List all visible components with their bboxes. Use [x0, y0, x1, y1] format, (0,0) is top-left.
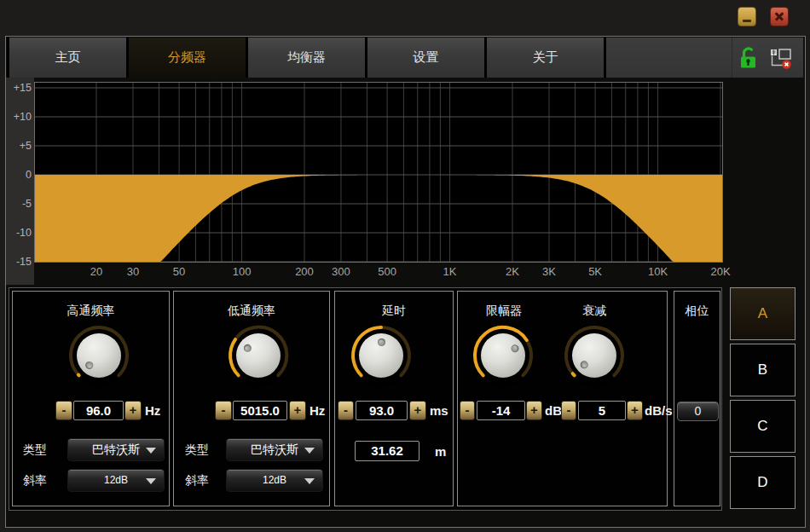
parameter-section: 高通频率 - 96.0 + Hz 类型 巴特沃斯 斜率 12dB	[9, 287, 722, 511]
decay-rate-field[interactable]: 5	[578, 401, 626, 420]
x-tick-label: 100	[221, 265, 263, 278]
highpass-type-dropdown[interactable]: 巴特沃斯	[67, 438, 165, 461]
highpass-minus-button[interactable]: -	[55, 401, 72, 420]
phase-title: 相位	[674, 304, 720, 319]
limiter-title: 限幅器	[461, 304, 547, 319]
x-tick-label: 3K	[528, 265, 570, 278]
lowpass-type-label: 类型	[185, 438, 209, 461]
lowpass-unit-label: Hz	[310, 401, 325, 420]
lowpass-plus-button[interactable]: +	[289, 401, 306, 420]
limiter-threshold-field[interactable]: -14	[477, 401, 525, 420]
phase-button[interactable]: 0	[677, 402, 719, 421]
frequency-response-chart[interactable]	[34, 82, 723, 263]
x-tick-label: 30	[112, 265, 154, 278]
delay-distance-field[interactable]: 31.62	[355, 441, 419, 461]
highpass-panel: 高通频率 - 96.0 + Hz 类型 巴特沃斯 斜率 12dB	[12, 291, 170, 506]
lowpass-slope-dropdown[interactable]: 12dB	[226, 469, 323, 492]
channel-a-button[interactable]: A	[730, 287, 796, 340]
highpass-title: 高通频率	[13, 304, 169, 319]
x-tick-label: 300	[320, 265, 362, 278]
channel-selector: A B C D	[730, 287, 796, 512]
minimize-button[interactable]	[738, 7, 756, 26]
decay-knob[interactable]	[563, 324, 626, 387]
highpass-slope-label: 斜率	[23, 469, 47, 492]
lowpass-frequency-field[interactable]: 5015.0	[233, 401, 287, 420]
tab-about[interactable]: 关于	[487, 38, 604, 78]
channel-c-button[interactable]: C	[730, 400, 796, 453]
decay-plus-button[interactable]: +	[627, 401, 643, 420]
knob-indicator-dot	[509, 343, 519, 353]
highpass-type-label: 类型	[23, 438, 47, 461]
minimize-icon	[743, 20, 751, 22]
lowpass-minus-button[interactable]: -	[215, 401, 232, 420]
response-curve-plot	[34, 82, 723, 263]
decay-title: 衰减	[552, 304, 637, 319]
lowpass-type-dropdown[interactable]: 巴特沃斯	[226, 438, 323, 461]
lowpass-slope-label: 斜率	[185, 469, 209, 492]
highpass-frequency-field[interactable]: 96.0	[73, 401, 124, 420]
y-tick-label: -15	[6, 255, 32, 269]
unlocked-padlock-icon[interactable]	[738, 46, 759, 69]
y-tick-label: +5	[6, 139, 32, 153]
knob-indicator-dot	[84, 360, 95, 371]
lowpass-title: 低通频率	[174, 304, 329, 319]
highpass-plus-button[interactable]: +	[124, 401, 142, 420]
delay-title: 延时	[335, 304, 453, 319]
delay-knob[interactable]	[350, 324, 413, 387]
main-window: 主页 分频器 均衡器 设置 关于	[5, 36, 806, 528]
delay-time-field[interactable]: 93.0	[356, 401, 408, 420]
delay-panel: 延时 - 93.0 + ms 31.62 m	[334, 291, 454, 506]
limiter-plus-button[interactable]: +	[526, 401, 542, 420]
tab-bar-right-area	[606, 38, 803, 78]
y-tick-label: +15	[6, 81, 32, 95]
y-tick-label: -10	[6, 226, 32, 240]
delay-minus-button[interactable]: -	[338, 401, 354, 420]
limiter-knob[interactable]	[472, 324, 535, 387]
x-tick-label: 50	[158, 265, 200, 278]
app-screen: 主页 分频器 均衡器 设置 关于	[0, 0, 810, 532]
delay-unit-label: ms	[430, 401, 448, 420]
tab-home[interactable]: 主页	[9, 38, 126, 78]
lowpass-knob[interactable]	[227, 324, 290, 387]
phase-panel: 相位 0	[674, 291, 720, 506]
decay-unit-label: dB/s	[645, 401, 673, 420]
chevron-down-icon	[146, 478, 156, 484]
x-tick-label: 5K	[574, 265, 616, 278]
lowpass-panel: 低通频率 - 5015.0 + Hz 类型 巴特沃斯 斜率 12dB	[173, 291, 330, 506]
close-button[interactable]	[770, 7, 789, 26]
highpass-unit-label: Hz	[145, 401, 160, 420]
highpass-knob[interactable]	[67, 324, 130, 387]
x-tick-label: 10K	[637, 265, 680, 278]
tab-settings[interactable]: 设置	[367, 38, 484, 78]
x-tick-label: 500	[366, 265, 408, 278]
delay-plus-button[interactable]: +	[409, 401, 426, 420]
tab-equalizer[interactable]: 均衡器	[248, 38, 365, 78]
tab-bar: 主页 分频器 均衡器 设置 关于	[7, 38, 803, 78]
knob-indicator-dot	[378, 338, 385, 346]
x-tick-label: 1K	[429, 265, 472, 278]
chevron-down-icon	[146, 448, 156, 454]
knob-indicator-dot	[578, 359, 589, 370]
y-tick-label: +10	[6, 110, 32, 124]
y-tick-label: 0	[6, 168, 32, 182]
channel-b-button[interactable]: B	[730, 344, 796, 396]
channel-d-button[interactable]: D	[730, 456, 796, 509]
knob-indicator-dot	[242, 343, 253, 354]
highpass-slope-dropdown[interactable]: 12dB	[67, 469, 165, 492]
y-axis-label-strip: +15+10+50-5-10-15	[6, 78, 34, 285]
chevron-down-icon	[304, 448, 315, 454]
x-tick-label: 20K	[699, 265, 742, 278]
x-axis-labels: 2030501002003005001K2K3K5K10K20K	[34, 264, 723, 281]
decay-minus-button[interactable]: -	[561, 401, 576, 420]
tab-crossover[interactable]: 分频器	[129, 38, 246, 78]
chevron-down-icon	[304, 478, 315, 484]
device-disconnected-icon[interactable]	[769, 48, 793, 70]
y-tick-label: -5	[6, 197, 32, 211]
limiter-minus-button[interactable]: -	[460, 401, 475, 420]
limiter-unit-label: dB	[545, 401, 562, 420]
limiter-panel: 限幅器 衰减 - -14 + dB - 5 + dB/s	[457, 291, 668, 506]
delay-distance-unit-label: m	[435, 442, 446, 461]
